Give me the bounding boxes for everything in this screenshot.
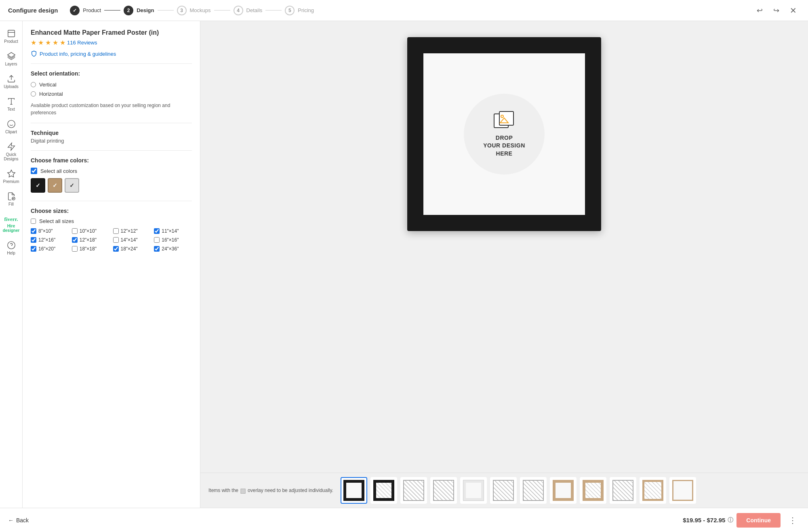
size-checkbox-18x18[interactable] xyxy=(72,246,78,252)
thumbnail-11[interactable] xyxy=(640,477,666,504)
price-range: $19.95 - $72.95 ⓘ xyxy=(683,517,733,524)
size-item-16x16[interactable]: 16"×16" xyxy=(154,237,192,243)
top-nav: Configure design ✓ Product 2 Design 3 Mo… xyxy=(0,0,808,21)
orientation-label: Select orientation: xyxy=(31,70,192,77)
size-item-8x10[interactable]: 8"×10" xyxy=(31,228,69,234)
price-range-text: $19.95 - $72.95 xyxy=(683,517,725,524)
size-checkbox-18x24[interactable] xyxy=(113,246,119,252)
sizes-grid: 8"×10"10"×10"12"×12"11"×14"12"×16"12"×18… xyxy=(31,228,192,252)
drop-zone[interactable]: DROPYOUR DESIGNHERE xyxy=(464,94,545,175)
nav-step-4[interactable]: 4 Details xyxy=(234,6,263,15)
size-label-12x12: 12"×12" xyxy=(121,228,138,234)
back-button[interactable]: ← Back xyxy=(8,517,29,524)
size-checkbox-16x20[interactable] xyxy=(31,246,36,252)
text-icon xyxy=(7,97,16,106)
product-frame[interactable]: DROPYOUR DESIGNHERE xyxy=(407,37,601,231)
select-all-colors-checkbox[interactable] xyxy=(31,168,37,174)
sidebar-item-product[interactable]: Product xyxy=(0,25,22,48)
thumbnail-8[interactable] xyxy=(550,477,577,504)
thumbnail-10[interactable] xyxy=(610,477,636,504)
sidebar-item-quick-designs[interactable]: Quick Designs xyxy=(0,138,22,165)
continue-button[interactable]: Continue xyxy=(736,513,781,528)
size-checkbox-10x10[interactable] xyxy=(72,228,78,234)
color-swatch-white[interactable]: ✓ xyxy=(65,178,79,193)
sidebar-label-quick-designs: Quick Designs xyxy=(2,152,21,161)
size-checkbox-24x36[interactable] xyxy=(154,246,160,252)
thumbnail-1[interactable] xyxy=(341,477,367,504)
size-label-24x36: 24"×36" xyxy=(162,246,179,252)
color-swatch-walnut[interactable]: ✓ xyxy=(48,178,62,193)
thumbnail-4[interactable] xyxy=(430,477,457,504)
info-icon[interactable]: ⓘ xyxy=(728,517,733,524)
sidebar-item-help[interactable]: Help xyxy=(0,237,22,259)
orientation-vertical[interactable]: Vertical xyxy=(31,82,192,88)
size-checkbox-11x14[interactable] xyxy=(154,228,160,234)
size-item-10x10[interactable]: 10"×10" xyxy=(72,228,110,234)
nav-step-3[interactable]: 3 Mockups xyxy=(177,6,211,15)
size-item-18x24[interactable]: 18"×24" xyxy=(113,246,151,252)
thumbnail-12[interactable] xyxy=(669,477,696,504)
size-checkbox-16x16[interactable] xyxy=(154,237,160,243)
size-checkbox-12x12[interactable] xyxy=(113,228,119,234)
svg-point-6 xyxy=(7,120,15,128)
size-checkbox-8x10[interactable] xyxy=(31,228,36,234)
step-label-4: Details xyxy=(246,7,263,13)
thumbnail-3[interactable] xyxy=(400,477,427,504)
nav-step-5[interactable]: 5 Pricing xyxy=(285,6,314,15)
sidebar-item-text[interactable]: Text xyxy=(0,93,22,116)
sizes-label: Choose sizes: xyxy=(31,208,192,214)
size-item-16x20[interactable]: 16"×20" xyxy=(31,246,69,252)
size-item-12x16[interactable]: 12"×16" xyxy=(31,237,69,243)
select-all-sizes-row: Select all sizes xyxy=(31,218,192,224)
size-item-24x36[interactable]: 24"×36" xyxy=(154,246,192,252)
nav-step-1[interactable]: ✓ Product xyxy=(70,6,101,15)
sidebar-item-hire-designer[interactable]: fiverr. Hire designer xyxy=(0,212,22,237)
size-label-11x14: 11"×14" xyxy=(162,228,179,234)
step-circle-5: 5 xyxy=(285,6,295,15)
redo-button[interactable]: ↪ xyxy=(770,4,783,17)
sidebar-item-premium[interactable]: Premium xyxy=(0,165,22,188)
size-item-11x14[interactable]: 11"×14" xyxy=(154,228,192,234)
step-line-3 xyxy=(214,10,230,11)
orientation-horizontal[interactable]: Horizontal xyxy=(31,91,192,97)
radio-vertical[interactable] xyxy=(31,82,36,87)
thumbnail-2[interactable] xyxy=(370,477,397,504)
divider-2 xyxy=(31,123,192,123)
size-checkbox-12x18[interactable] xyxy=(72,237,78,243)
thumbnail-5[interactable] xyxy=(460,477,487,504)
svg-marker-10 xyxy=(7,170,15,177)
thumbnail-7[interactable] xyxy=(520,477,547,504)
sidebar-icons: Product Layers Uploads Text Clipart Quic… xyxy=(0,21,23,532)
select-all-sizes-label[interactable]: Select all sizes xyxy=(39,218,74,224)
thumbnail-9[interactable] xyxy=(580,477,606,504)
undo-button[interactable]: ↩ xyxy=(753,4,766,17)
select-all-sizes-checkbox[interactable] xyxy=(31,219,36,224)
sidebar-item-layers[interactable]: Layers xyxy=(0,48,22,70)
more-options-button[interactable]: ⋮ xyxy=(785,514,800,527)
reviews-link[interactable]: 116 Reviews xyxy=(67,40,97,46)
size-checkbox-14x14[interactable] xyxy=(113,237,119,243)
sidebar-label-product: Product xyxy=(4,39,18,44)
nav-step-2[interactable]: 2 Design xyxy=(124,6,154,15)
step-label-2: Design xyxy=(137,7,154,13)
sidebar-item-uploads[interactable]: Uploads xyxy=(0,70,22,93)
thumbnail-6[interactable] xyxy=(490,477,517,504)
orientation-group: Vertical Horizontal xyxy=(31,82,192,97)
step-circle-1: ✓ xyxy=(70,6,80,15)
color-swatch-black[interactable]: ✓ xyxy=(31,178,45,193)
size-label-10x10: 10"×10" xyxy=(80,228,97,234)
info-link[interactable]: Product info, pricing & guidelines xyxy=(31,50,192,57)
size-checkbox-12x16[interactable] xyxy=(31,237,36,243)
size-label-18x18: 18"×18" xyxy=(80,246,97,252)
sidebar-item-clipart[interactable]: Clipart xyxy=(0,116,22,138)
sidebar-item-fill[interactable]: Fill xyxy=(0,188,22,210)
radio-horizontal[interactable] xyxy=(31,91,36,97)
size-item-14x14[interactable]: 14"×14" xyxy=(113,237,151,243)
size-item-12x12[interactable]: 12"×12" xyxy=(113,228,151,234)
size-item-12x18[interactable]: 12"×18" xyxy=(72,237,110,243)
close-button[interactable]: ✕ xyxy=(787,4,800,17)
size-item-18x18[interactable]: 18"×18" xyxy=(72,246,110,252)
thumb-frame-black-1 xyxy=(343,480,364,501)
select-all-colors-label[interactable]: Select all colors xyxy=(40,168,77,174)
overlay-notice-text1: Items with the xyxy=(208,488,238,493)
